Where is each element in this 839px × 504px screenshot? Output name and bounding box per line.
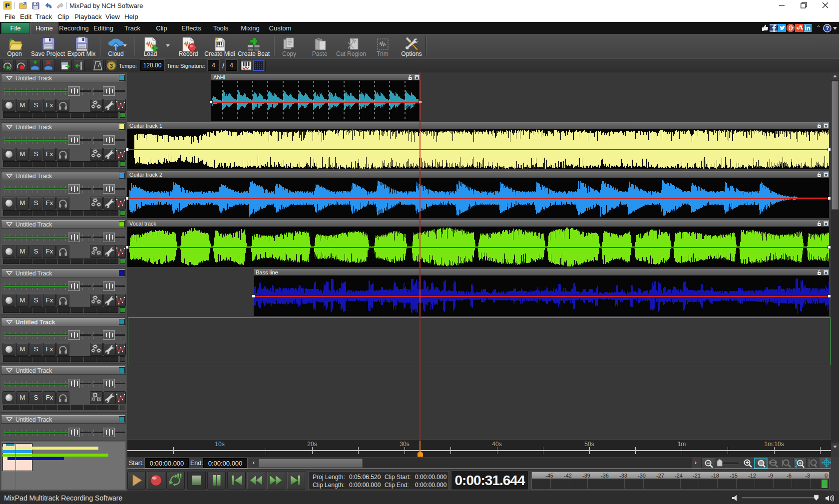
svg-text:?: ? [826,25,829,31]
svg-text:3: 3 [110,63,113,69]
